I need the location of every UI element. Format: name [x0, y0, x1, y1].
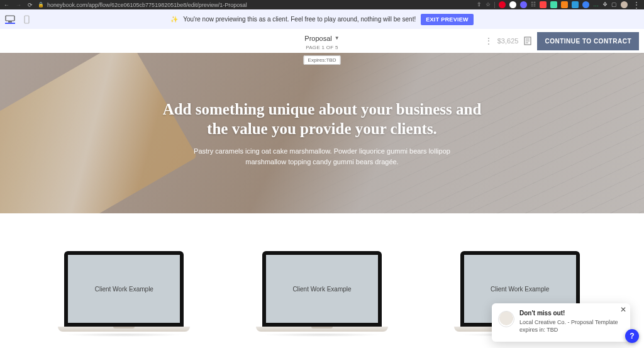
browser-chrome: ← → ⟳ 🔒 honeybook.com/app/flow/62ce06105…: [0, 0, 644, 9]
help-button[interactable]: ?: [625, 329, 639, 343]
profile-avatar[interactable]: [621, 1, 628, 8]
sparkle-icon: ✨: [170, 16, 178, 23]
proposal-actions: ⋮ $3,625 CONTINUE TO CONTRACT: [485, 32, 639, 50]
device-toggle: [5, 15, 31, 24]
loom-ext[interactable]: [520, 1, 527, 8]
proposal-title-area: Proposal ▼ PAGE 1 OF 5: [304, 32, 339, 50]
portfolio-caption: Client Work Example: [266, 255, 378, 323]
svg-rect-1: [8, 21, 12, 23]
chevron-down-icon: ▼: [335, 35, 340, 41]
toast-avatar: [498, 311, 514, 327]
expires-badge-wrap: Expires:TBD: [304, 53, 341, 64]
divider: [494, 2, 495, 8]
metamask-ext[interactable]: [561, 1, 568, 8]
proposal-price: $3,625: [497, 37, 519, 45]
proposal-dropdown[interactable]: Proposal ▼: [304, 35, 339, 42]
pinterest-ext[interactable]: [499, 1, 506, 8]
puzzle-icon[interactable]: ❖: [602, 1, 608, 8]
laptop-frame: Client Work Example: [262, 251, 382, 327]
chat-ext[interactable]: [582, 1, 589, 8]
svg-rect-0: [6, 16, 14, 21]
portfolio-caption: Client Work Example: [68, 255, 180, 323]
preview-message: You're now previewing this as a client. …: [183, 16, 416, 23]
panel-icon[interactable]: ▢: [611, 1, 617, 8]
laptop-frame: Client Work Example: [64, 251, 184, 327]
toast-body: Don't miss out! Local Creative Co. - Pro…: [519, 310, 623, 334]
laptop-base: [58, 327, 190, 332]
grid-ext[interactable]: ☷: [531, 1, 536, 8]
help-icon: ?: [630, 332, 634, 340]
laptop-shadow: [262, 333, 382, 337]
page-indicator: PAGE 1 OF 5: [304, 45, 339, 50]
url-text: honeybook.com/app/flow/62ce06105cb775198…: [47, 2, 247, 8]
forward-button[interactable]: →: [16, 2, 21, 8]
proposal-toolbar: Proposal ▼ PAGE 1 OF 5 ⋮ $3,625 CONTINUE…: [0, 29, 644, 53]
reload-button[interactable]: ⟳: [28, 2, 33, 8]
hero-section: Add something unique about your business…: [0, 53, 644, 213]
star-icon[interactable]: ☆: [486, 1, 491, 8]
continue-to-contract-button[interactable]: CONTINUE TO CONTRACT: [537, 32, 639, 50]
react-ext[interactable]: [550, 1, 557, 8]
mobile-view-toggle[interactable]: [21, 15, 31, 24]
lock-icon: 🔒: [38, 2, 44, 8]
colorzilla-ext[interactable]: [540, 1, 547, 8]
more-ext-icon[interactable]: …: [593, 1, 599, 8]
reminder-toast: Don't miss out! Local Creative Co. - Pro…: [492, 303, 630, 342]
grammarly-ext[interactable]: [509, 1, 516, 8]
laptop-base: [256, 327, 388, 332]
toast-message: Local Creative Co. - Proposal Template e…: [519, 318, 623, 334]
laptop-shadow: [64, 333, 184, 337]
expires-badge: Expires:TBD: [304, 55, 341, 65]
toast-title: Don't miss out!: [519, 310, 623, 317]
portfolio-item: Client Work Example: [256, 251, 388, 337]
desktop-view-toggle[interactable]: [5, 15, 15, 24]
exit-preview-button[interactable]: EXIT PREVIEW: [421, 14, 474, 25]
svg-rect-2: [25, 16, 29, 23]
address-bar[interactable]: 🔒 honeybook.com/app/flow/62ce06105cb7751…: [38, 2, 472, 8]
dashlane-ext[interactable]: [572, 1, 579, 8]
preview-banner: ✨ You're now previewing this as a client…: [0, 9, 644, 29]
proposal-title-label: Proposal: [304, 35, 331, 42]
hero-subheading: Pastry caramels icing oat cake marshmall…: [184, 146, 460, 167]
hero-heading: Add something unique about your business…: [158, 99, 486, 139]
share-icon[interactable]: ⇧: [477, 1, 482, 8]
back-button[interactable]: ←: [4, 2, 9, 8]
toast-close-button[interactable]: ✕: [620, 306, 626, 313]
extension-tray: ⇧ ☆ ☷ … ❖ ▢: [477, 1, 628, 8]
portfolio-item: Client Work Example: [58, 251, 190, 337]
browser-nav: ← → ⟳: [4, 2, 33, 8]
invoice-icon[interactable]: [523, 36, 532, 45]
